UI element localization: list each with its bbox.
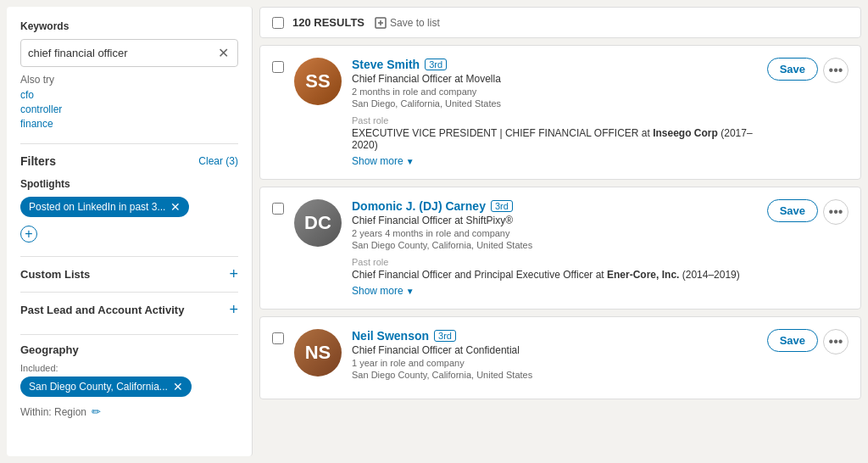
past-role-label-1: Past role <box>352 115 757 126</box>
also-try-controller[interactable]: controller <box>20 103 238 115</box>
main-content: 120 RESULTS Save to list SS Steve Smith … <box>253 0 868 463</box>
more-options-button-2[interactable]: ••• <box>823 199 849 225</box>
save-button-3[interactable]: Save <box>767 329 818 352</box>
card-checkbox-1[interactable] <box>272 61 284 73</box>
spotlight-tag-label: Posted on LinkedIn in past 3... <box>29 201 165 213</box>
custom-lists-title: Custom Lists <box>20 268 90 281</box>
results-header: 120 RESULTS Save to list <box>259 7 861 38</box>
chevron-down-icon: ▼ <box>406 157 415 166</box>
within-label: Within: Region <box>20 406 86 418</box>
duration-3: 1 year in role and company <box>352 358 757 368</box>
card-checkbox-3[interactable] <box>272 332 284 344</box>
past-activity-section: Past Lead and Account Activity + <box>20 292 238 327</box>
job-title-1: Chief Financial Officer at Movella <box>352 73 757 85</box>
card-actions-3: Save ••• <box>767 329 849 354</box>
result-card: NS Neil Swenson 3rd Chief Financial Offi… <box>259 316 861 399</box>
results-count: 120 RESULTS <box>292 16 364 29</box>
name-line: Neil Swenson 3rd <box>352 329 757 343</box>
geography-title: Geography <box>20 343 79 356</box>
more-options-button-1[interactable]: ••• <box>823 58 849 83</box>
save-to-list-button[interactable]: Save to list <box>375 17 440 29</box>
keywords-section: Keywords ✕ Also try cfo controller finan… <box>20 20 238 130</box>
geography-section: Geography Included: San Diego County, Ca… <box>20 334 238 427</box>
custom-lists-header[interactable]: Custom Lists + <box>20 265 238 283</box>
past-activity-header[interactable]: Past Lead and Account Activity + <box>20 301 238 319</box>
more-options-button-3[interactable]: ••• <box>823 329 849 354</box>
show-more-button-1[interactable]: Show more ▼ <box>352 155 415 167</box>
geography-header[interactable]: Geography <box>20 343 238 356</box>
chevron-down-icon: ▼ <box>406 287 415 296</box>
included-label: Included: <box>20 363 238 373</box>
card-content-3: Neil Swenson 3rd Chief Financial Officer… <box>352 329 757 387</box>
name-line: Steve Smith 3rd <box>352 58 757 71</box>
also-try-cfo[interactable]: cfo <box>20 89 238 101</box>
location-2: San Diego County, California, United Sta… <box>352 240 757 250</box>
result-cards-list: SS Steve Smith 3rd Chief Financial Offic… <box>259 45 861 399</box>
card-inner: DC Domonic J. (DJ) Carney 3rd Chief Fina… <box>272 199 849 297</box>
avatar: NS <box>294 329 342 377</box>
result-card: DC Domonic J. (DJ) Carney 3rd Chief Fina… <box>259 187 861 310</box>
duration-1: 2 months in role and company <box>352 86 757 97</box>
keywords-label: Keywords <box>20 20 238 32</box>
person-name-1[interactable]: Steve Smith <box>352 58 420 71</box>
degree-badge-2: 3rd <box>491 200 513 212</box>
clear-filters-link[interactable]: Clear (3) <box>198 155 238 167</box>
sidebar-divider <box>20 143 238 144</box>
custom-lists-expand-icon[interactable]: + <box>229 265 238 283</box>
geo-tag-remove[interactable]: ✕ <box>173 380 183 393</box>
past-activity-expand-icon[interactable]: + <box>229 301 238 319</box>
filters-header: Filters Clear (3) <box>20 154 238 168</box>
card-checkbox-2[interactable] <box>272 203 284 215</box>
card-content-2: Domonic J. (DJ) Carney 3rd Chief Financi… <box>352 199 757 297</box>
within-region: Within: Region ✏ <box>20 405 238 418</box>
also-try-label: Also try <box>20 74 238 86</box>
person-name-2[interactable]: Domonic J. (DJ) Carney <box>352 199 486 213</box>
location-1: San Diego, California, United States <box>352 98 757 109</box>
spotlight-tag[interactable]: Posted on LinkedIn in past 3... ✕ <box>20 197 189 217</box>
job-title-3: Chief Financial Officer at Confidential <box>352 344 757 356</box>
geo-tag-label: San Diego County, California... <box>29 381 168 393</box>
avatar: DC <box>294 199 342 247</box>
past-role-label-2: Past role <box>352 257 757 267</box>
degree-badge-3: 3rd <box>434 330 456 342</box>
result-card: SS Steve Smith 3rd Chief Financial Offic… <box>259 45 861 180</box>
past-role-text-2: Chief Financial Officer and Principal Ex… <box>352 269 757 281</box>
spotlights-label: Spotlights <box>20 178 238 190</box>
card-inner: NS Neil Swenson 3rd Chief Financial Offi… <box>272 329 849 387</box>
edit-region-icon[interactable]: ✏ <box>92 405 101 418</box>
select-all-checkbox[interactable] <box>272 17 284 29</box>
past-role-text-1: EXECUTIVE VICE PRESIDENT | CHIEF FINANCI… <box>352 127 757 151</box>
save-button-2[interactable]: Save <box>767 199 818 222</box>
location-3: San Diego County, California, United Sta… <box>352 370 757 380</box>
sidebar: Keywords ✕ Also try cfo controller finan… <box>7 7 253 456</box>
show-more-button-2[interactable]: Show more ▼ <box>352 285 415 297</box>
name-line: Domonic J. (DJ) Carney 3rd <box>352 199 757 213</box>
past-activity-title: Past Lead and Account Activity <box>20 304 184 316</box>
save-list-icon <box>375 17 387 29</box>
card-actions-1: Save ••• <box>767 58 849 83</box>
custom-lists-section: Custom Lists + <box>20 256 238 292</box>
avatar: SS <box>294 58 342 105</box>
add-spotlight-button[interactable]: + <box>20 226 37 243</box>
degree-badge-1: 3rd <box>425 59 447 70</box>
card-content-1: Steve Smith 3rd Chief Financial Officer … <box>352 58 757 167</box>
spotlights-section: Spotlights Posted on LinkedIn in past 3.… <box>20 178 238 243</box>
keyword-input[interactable] <box>28 47 216 59</box>
spotlight-tag-remove[interactable]: ✕ <box>170 200 181 214</box>
save-button-1[interactable]: Save <box>767 58 818 81</box>
filters-title: Filters <box>20 154 56 168</box>
person-name-3[interactable]: Neil Swenson <box>352 329 429 343</box>
card-actions-2: Save ••• <box>767 199 849 225</box>
job-title-2: Chief Financial Officer at ShiftPixy® <box>352 215 757 226</box>
card-inner: SS Steve Smith 3rd Chief Financial Offic… <box>272 58 849 167</box>
keyword-input-wrapper: ✕ <box>20 39 238 67</box>
clear-keyword-button[interactable]: ✕ <box>216 45 231 61</box>
geo-tag[interactable]: San Diego County, California... ✕ <box>20 377 192 397</box>
duration-2: 2 years 4 months in role and company <box>352 228 757 238</box>
also-try-finance[interactable]: finance <box>20 118 238 130</box>
